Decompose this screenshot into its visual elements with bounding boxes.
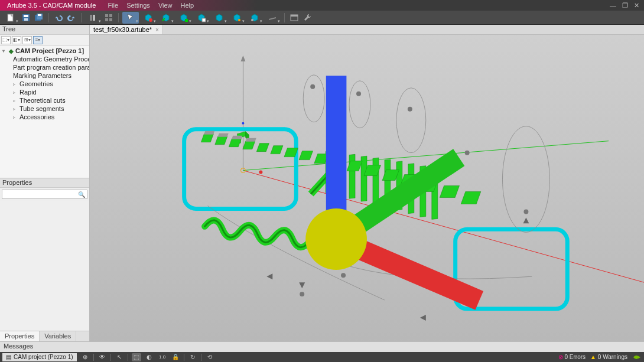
new-button[interactable] (2, 12, 19, 24)
status-button-text[interactable]: 1.0 (158, 353, 167, 361)
svg-rect-2 (24, 15, 28, 17)
view-triad-icon (90, 35, 644, 341)
status-button-pointer[interactable]: ↖ (115, 353, 124, 361)
tree-toolbar-button-3[interactable]: ⊞▾ (22, 36, 32, 44)
svg-rect-10 (109, 14, 112, 17)
tab-properties[interactable]: Properties (0, 331, 40, 341)
svg-rect-14 (185, 19, 188, 22)
cube-tool-7[interactable] (246, 12, 263, 24)
panel-button[interactable] (288, 12, 300, 24)
tree-toolbar-button-2[interactable]: ◧▾ (12, 36, 21, 44)
menu-help[interactable]: Help (181, 2, 194, 9)
tab-variables[interactable]: Variables (40, 331, 76, 341)
main-toolbar (0, 11, 644, 25)
minimize-button[interactable]: — (610, 2, 616, 9)
tree-item[interactable]: ▹Geometries (0, 80, 89, 88)
app-title: Artube 3.5 - CAD/CAM module (4, 2, 99, 9)
tree-item[interactable]: Marking Parameters (0, 71, 89, 80)
svg-rect-11 (105, 18, 108, 21)
svg-rect-7 (90, 15, 92, 21)
svg-rect-0 (8, 14, 13, 21)
status-project[interactable]: ▤ CAM project (Pezzo 1) (2, 353, 77, 361)
svg-point-17 (251, 19, 253, 21)
status-separator (184, 354, 184, 361)
save-all-button[interactable] (33, 12, 45, 24)
3d-viewport[interactable] (90, 35, 644, 341)
cube-tool-6[interactable] (229, 12, 245, 24)
center-area: test_fr50x30.artube* × (90, 25, 644, 341)
status-button-eye[interactable]: 👁 (97, 353, 107, 361)
undo-button[interactable] (53, 12, 64, 24)
document-tab[interactable]: test_fr50x30.artube* × (90, 25, 163, 34)
tree-item[interactable]: ▹Accessories (0, 113, 89, 121)
warnings-indicator[interactable]: ▲ 0 Warnings (590, 354, 627, 360)
svg-rect-3 (24, 18, 28, 21)
status-separator (110, 354, 111, 361)
grid-button[interactable] (103, 12, 115, 24)
close-tab-icon[interactable]: × (155, 27, 159, 33)
status-button-shade[interactable]: ◐ (145, 353, 154, 361)
status-separator (201, 354, 201, 361)
plane-tool[interactable] (264, 12, 281, 24)
cube-tool-2[interactable] (158, 12, 174, 24)
status-button-select[interactable]: ⬚ (132, 353, 141, 361)
properties-search: 🔍 (0, 188, 89, 201)
cube-tool-1[interactable] (140, 12, 157, 24)
cursor-select-button[interactable] (122, 12, 139, 24)
toolbar-separator (118, 13, 119, 22)
properties-search-input[interactable]: 🔍 (2, 190, 87, 199)
save-button[interactable] (20, 12, 32, 24)
maximize-button[interactable]: ❐ (622, 2, 628, 9)
tree-item[interactable]: ▹Tube segments (0, 105, 89, 113)
tree-toolbar-button-1[interactable]: ⬚▾ (1, 36, 11, 44)
menu-file[interactable]: File (108, 2, 118, 9)
status-separator (93, 354, 94, 361)
window-controls: — ❐ ✕ (610, 2, 644, 9)
svg-point-13 (149, 18, 152, 22)
status-bar: ▤ CAM project (Pezzo 1) ⊕ 👁 ↖ ⬚ ◐ 1.0 🔒 … (0, 352, 644, 362)
cube-tool-4[interactable] (193, 12, 210, 24)
redo-button[interactable] (66, 12, 77, 24)
toolbar-separator (81, 13, 82, 22)
tree-item[interactable]: ▹Theoretical cuts (0, 96, 89, 105)
svg-rect-15 (202, 18, 206, 22)
svg-rect-6 (38, 14, 41, 16)
svg-rect-12 (109, 18, 112, 21)
wrench-button[interactable] (301, 12, 313, 24)
menu-settings[interactable]: Settings (126, 2, 150, 9)
status-button-globe[interactable]: ⊕ (80, 353, 90, 361)
errors-indicator[interactable]: ⊘ 0 Errors (558, 354, 586, 360)
status-button-refresh[interactable]: ↻ (188, 353, 197, 361)
properties-tabs: Properties Variables (0, 331, 89, 341)
tree-header: Tree (0, 25, 89, 35)
title-bar: Artube 3.5 - CAD/CAM module File Setting… (0, 0, 644, 11)
svg-rect-8 (93, 15, 95, 21)
columns-button[interactable] (85, 12, 102, 24)
status-button-lock[interactable]: 🔒 (171, 353, 180, 361)
tree-item[interactable]: Part program creation parameters (0, 63, 89, 71)
tree-root[interactable]: ▾◆CAM Project [Pezzo 1] (0, 47, 89, 55)
workspace: Tree ⬚▾ ◧▾ ⊞▾ ≡▾ ▾◆CAM Project [Pezzo 1]… (0, 25, 644, 341)
toolbar-separator (48, 13, 49, 22)
status-button-clear[interactable]: ⟲ (205, 353, 214, 361)
messages-panel-header[interactable]: Messages (0, 341, 644, 352)
status-separator (128, 354, 128, 361)
menu-view[interactable]: View (158, 2, 173, 9)
svg-rect-9 (105, 14, 108, 17)
search-icon: 🔍 (76, 191, 87, 198)
close-button[interactable]: ✕ (634, 2, 639, 9)
left-panel: Tree ⬚▾ ◧▾ ⊞▾ ≡▾ ▾◆CAM Project [Pezzo 1]… (0, 25, 90, 341)
tree-item[interactable]: Automatic Geometry Processing (0, 55, 89, 63)
svg-rect-19 (291, 15, 298, 17)
properties-body (0, 201, 89, 331)
svg-point-16 (238, 19, 240, 21)
properties-header: Properties (0, 178, 89, 188)
cube-tool-5[interactable] (211, 12, 227, 24)
cube-tool-3[interactable] (175, 12, 192, 24)
project-tree[interactable]: ▾◆CAM Project [Pezzo 1] Automatic Geomet… (0, 45, 89, 178)
tree-toolbar-button-4[interactable]: ≡▾ (33, 36, 43, 44)
document-tabs: test_fr50x30.artube* × (90, 25, 644, 35)
menu-bar: File Settings View Help (99, 2, 194, 9)
nvidia-icon (632, 354, 642, 361)
tree-item[interactable]: ▹Rapid (0, 88, 89, 96)
